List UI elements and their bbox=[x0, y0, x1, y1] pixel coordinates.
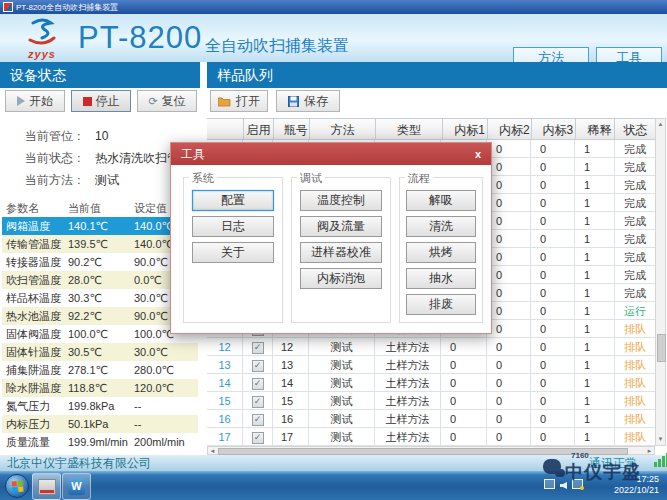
bottle-cell: 12 bbox=[273, 338, 309, 355]
column-header[interactable]: 方法 bbox=[310, 119, 376, 139]
param-current-value: 140.1℃ bbox=[68, 217, 134, 235]
clean-button[interactable]: 清洗 bbox=[406, 216, 476, 237]
open-button[interactable]: 打开 bbox=[210, 90, 268, 112]
queue-row[interactable]: 14✓14测试土样方法0001排队 bbox=[207, 374, 655, 392]
is3-cell: 0 bbox=[531, 140, 575, 157]
windows-taskbar: W 17:25 2022/10/21 bbox=[0, 471, 667, 500]
is2-cell: 0 bbox=[487, 392, 531, 409]
volume-tray-icon[interactable] bbox=[560, 482, 567, 489]
temp-control-button[interactable]: 温度控制 bbox=[300, 190, 382, 211]
window-titlebar[interactable]: PT-8200全自动吹扫捕集装置 bbox=[0, 0, 667, 14]
is3-cell: 0 bbox=[531, 212, 575, 229]
row-number: 16 bbox=[207, 410, 243, 427]
type-cell: 土样方法 bbox=[375, 374, 441, 391]
param-row[interactable]: 捕集阱温度278.1℃280.0℃ bbox=[2, 361, 198, 379]
param-row[interactable]: 阀箱温度140.1℃140.0℃ bbox=[2, 217, 198, 235]
column-header[interactable]: 启用 bbox=[244, 119, 275, 139]
queue-row[interactable]: 15✓15测试土样方法0001排队 bbox=[207, 392, 655, 410]
save-label: 保存 bbox=[304, 93, 328, 110]
queue-row[interactable]: 17✓17测试土样方法0001排队 bbox=[207, 428, 655, 446]
enable-checkbox[interactable]: ✓ bbox=[252, 342, 264, 354]
param-row[interactable]: 除水阱温度118.8℃120.0℃ bbox=[2, 379, 198, 397]
enable-checkbox[interactable]: ✓ bbox=[252, 360, 264, 372]
taskbar-app-w[interactable]: W bbox=[62, 473, 91, 500]
scroll-left-arrow[interactable]: ◄ bbox=[208, 447, 217, 454]
column-header[interactable]: 瓶号 bbox=[274, 119, 310, 139]
config-button[interactable]: 配置 bbox=[192, 190, 274, 211]
status-cell: 运行 bbox=[615, 302, 655, 319]
param-row[interactable]: 热水池温度92.2℃90.0℃ bbox=[2, 307, 198, 325]
param-row[interactable]: 传输管温度139.5℃140.0℃ bbox=[2, 235, 198, 253]
start-button-orb[interactable] bbox=[5, 474, 29, 498]
type-cell: 土样方法 bbox=[375, 356, 441, 373]
param-set-value: 30.0℃ bbox=[134, 343, 198, 361]
sampler-calibration-button[interactable]: 进样器校准 bbox=[300, 242, 382, 263]
log-button[interactable]: 日志 bbox=[192, 216, 274, 237]
enable-checkbox[interactable]: ✓ bbox=[252, 378, 264, 390]
param-row[interactable]: 质量流量199.9ml/min200ml/min bbox=[2, 433, 198, 451]
param-name: 固体针温度 bbox=[2, 343, 68, 361]
scroll-up-arrow[interactable]: ▲ bbox=[656, 119, 665, 130]
param-row[interactable]: 样品杯温度30.3℃30.0℃ bbox=[2, 289, 198, 307]
column-header[interactable]: 内标1 bbox=[443, 119, 489, 139]
reset-button[interactable]: ⟳ 复位 bbox=[137, 90, 197, 112]
column-header[interactable] bbox=[207, 119, 244, 139]
about-button[interactable]: 关于 bbox=[192, 242, 274, 263]
is2-cell: 0 bbox=[487, 284, 531, 301]
enable-cell: ✓ bbox=[243, 428, 273, 445]
close-icon[interactable]: x bbox=[475, 143, 481, 165]
column-header[interactable]: 状态 bbox=[615, 119, 655, 139]
column-header[interactable]: 稀释 bbox=[576, 119, 616, 139]
column-header[interactable]: 类型 bbox=[376, 119, 442, 139]
network-tray-icon[interactable] bbox=[572, 479, 583, 489]
queue-row[interactable]: 13✓13测试土样方法0001排队 bbox=[207, 356, 655, 374]
enable-checkbox[interactable]: ✓ bbox=[252, 432, 264, 444]
enable-cell: ✓ bbox=[243, 410, 273, 427]
internal-standard-defoam-button[interactable]: 内标消泡 bbox=[300, 268, 382, 289]
param-row[interactable]: 吹扫管温度28.0℃0.0℃ bbox=[2, 271, 198, 289]
taskbar-app-pt8200[interactable] bbox=[32, 473, 61, 500]
status-bar: 北京中仪宇盛科技有限公司 通讯正常 bbox=[0, 455, 667, 471]
param-row[interactable]: 转接器温度90.2℃90.0℃ bbox=[2, 253, 198, 271]
is1-cell: 0 bbox=[441, 356, 487, 373]
param-row[interactable]: 固体阀温度100.0℃100.0℃ bbox=[2, 325, 198, 343]
column-header[interactable]: 内标2 bbox=[488, 119, 532, 139]
method-cell: 测试 bbox=[309, 338, 375, 355]
dialog-titlebar[interactable]: 工具 x bbox=[171, 143, 491, 165]
dilution-cell: 1 bbox=[575, 284, 615, 301]
queue-row[interactable]: 16✓16测试土样方法0001排队 bbox=[207, 410, 655, 428]
horizontal-scrollbar[interactable]: ◄ ► bbox=[207, 446, 655, 455]
stop-button[interactable]: 停止 bbox=[71, 90, 131, 112]
param-row[interactable]: 氮气压力199.8kPa-- bbox=[2, 397, 198, 415]
save-button[interactable]: 保存 bbox=[276, 90, 340, 112]
drain-waste-button[interactable]: 排废 bbox=[406, 294, 476, 315]
bottle-cell: 17 bbox=[273, 428, 309, 445]
row-number: 13 bbox=[207, 356, 243, 373]
param-row[interactable]: 内标压力50.1kPa-- bbox=[2, 415, 198, 433]
param-name: 样品杯温度 bbox=[2, 289, 68, 307]
vertical-scrollbar[interactable]: ▲ ▼ bbox=[655, 118, 666, 446]
display-tray-icon[interactable] bbox=[544, 479, 555, 489]
enable-checkbox[interactable]: ✓ bbox=[252, 396, 264, 408]
group-label: 流程 bbox=[405, 171, 433, 186]
scroll-right-arrow[interactable]: ► bbox=[645, 447, 654, 454]
bake-button[interactable]: 烘烤 bbox=[406, 242, 476, 263]
pump-water-button[interactable]: 抽水 bbox=[406, 268, 476, 289]
param-current-value: 278.1℃ bbox=[68, 361, 134, 379]
current-state-value: 热水清洗吹扫管 bbox=[95, 151, 179, 165]
param-current-header: 当前值 bbox=[68, 199, 134, 217]
column-header[interactable]: 内标3 bbox=[532, 119, 576, 139]
queue-row[interactable]: 12✓12测试土样方法0001排队 bbox=[207, 338, 655, 356]
is2-cell: 0 bbox=[487, 320, 531, 337]
vertical-scroll-thumb[interactable] bbox=[657, 334, 666, 362]
horizontal-scroll-thumb[interactable] bbox=[218, 448, 628, 455]
scroll-down-arrow[interactable]: ▼ bbox=[656, 434, 665, 445]
is2-cell: 0 bbox=[487, 194, 531, 211]
param-row[interactable]: 固体针温度30.5℃30.0℃ bbox=[2, 343, 198, 361]
taskbar-clock[interactable]: 17:25 2022/10/21 bbox=[614, 474, 659, 496]
start-button[interactable]: 开始 bbox=[5, 90, 65, 112]
enable-checkbox[interactable]: ✓ bbox=[252, 414, 264, 426]
valve-flow-button[interactable]: 阀及流量 bbox=[300, 216, 382, 237]
desorb-button[interactable]: 解吸 bbox=[406, 190, 476, 211]
reset-label: 复位 bbox=[162, 93, 186, 110]
